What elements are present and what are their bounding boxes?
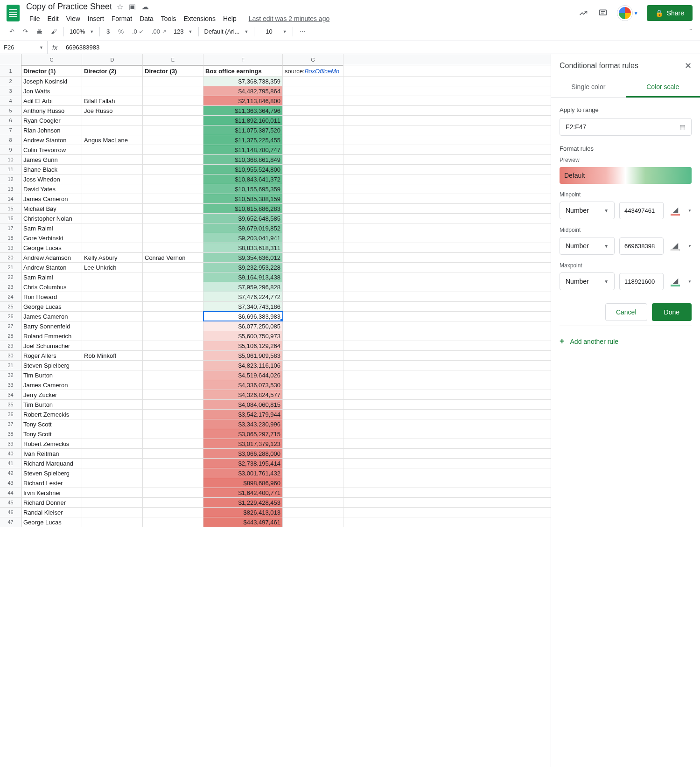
meet-dropdown[interactable]: ▼ — [634, 11, 638, 16]
title-bar: Copy of Practice Sheet ☆ ▣ ☁ File Edit V… — [0, 0, 700, 22]
decrease-decimal-button[interactable]: .0↙ — [128, 25, 147, 38]
midpoint-value-input[interactable]: 669638398 — [619, 237, 664, 255]
more-formatting-button[interactable]: ⋯ — [296, 25, 309, 38]
preview-label: Preview — [560, 157, 692, 163]
sheets-logo[interactable] — [4, 4, 22, 22]
star-icon[interactable]: ☆ — [117, 2, 123, 11]
format-rules-label: Format rules — [560, 145, 692, 152]
cloud-icon[interactable]: ☁ — [141, 2, 149, 11]
print-button[interactable]: 🖶 — [33, 25, 46, 38]
maxpoint-type-select[interactable]: Number▼ — [560, 272, 615, 290]
tab-single-color[interactable]: Single color — [551, 77, 626, 98]
add-rule-button[interactable]: + Add another rule — [560, 334, 692, 349]
conditional-format-panel: Conditional format rules ✕ Single color … — [551, 54, 700, 767]
fx-icon: fx — [48, 44, 62, 51]
close-icon[interactable]: ✕ — [685, 61, 692, 71]
formula-input[interactable]: 6696383983 — [62, 44, 103, 51]
select-range-icon[interactable]: ▦ — [679, 123, 686, 131]
meet-icon[interactable] — [617, 5, 633, 21]
panel-title: Conditional format rules — [560, 62, 638, 70]
menu-file[interactable]: File — [26, 13, 43, 24]
svg-rect-0 — [599, 10, 606, 15]
increase-decimal-button[interactable]: .00↗ — [148, 25, 170, 38]
preview-strip[interactable]: Default — [560, 167, 692, 184]
midpoint-type-select[interactable]: Number▼ — [560, 237, 615, 255]
done-button[interactable]: Done — [652, 303, 692, 321]
midpoint-label: Midpoint — [560, 227, 692, 233]
menu-data[interactable]: Data — [136, 13, 157, 24]
menu-help[interactable]: Help — [220, 13, 240, 24]
collapse-toolbar-button[interactable]: ˆ — [687, 25, 694, 38]
comment-icon[interactable] — [597, 7, 609, 19]
menu-tools[interactable]: Tools — [158, 13, 180, 24]
apply-range-label: Apply to range — [560, 106, 692, 113]
maxpoint-label: Maxpoint — [560, 262, 692, 269]
plus-icon: + — [560, 336, 565, 346]
percent-button[interactable]: % — [114, 25, 127, 38]
menu-insert[interactable]: Insert — [84, 13, 107, 24]
name-box[interactable]: F26▼ — [0, 41, 48, 54]
maxpoint-value-input[interactable]: 118921600 — [619, 273, 664, 290]
menu-bar: File Edit View Insert Format Data Tools … — [26, 13, 578, 24]
move-icon[interactable]: ▣ — [129, 2, 136, 11]
font-dropdown[interactable]: Default (Ari...▼ — [202, 26, 252, 37]
undo-button[interactable]: ↶ — [6, 25, 18, 38]
midpoint-color-picker[interactable]: ◢ — [668, 241, 682, 251]
paint-format-button[interactable]: 🖌 — [47, 25, 61, 38]
zoom-dropdown[interactable]: 100%▼ — [67, 26, 97, 37]
menu-view[interactable]: View — [63, 13, 84, 24]
doc-title[interactable]: Copy of Practice Sheet — [26, 2, 112, 12]
redo-button[interactable]: ↷ — [19, 25, 32, 38]
fontsize-dropdown[interactable]: 10▼ — [257, 26, 289, 37]
share-button[interactable]: 🔒 Share — [647, 5, 693, 21]
formula-bar: F26▼ fx 6696383983 — [0, 41, 700, 54]
menu-edit[interactable]: Edit — [44, 13, 62, 24]
range-input[interactable]: F2:F47 ▦ — [560, 118, 692, 136]
spreadsheet-grid[interactable]: CDEFG 1Director (1)Director (2)Director … — [0, 54, 551, 767]
last-edit-link[interactable]: Last edit was 2 minutes ago — [245, 13, 333, 24]
minpoint-label: Minpoint — [560, 191, 692, 198]
format-dropdown[interactable]: 123▼ — [171, 26, 196, 37]
minpoint-color-picker[interactable]: ◢ — [668, 205, 682, 216]
currency-button[interactable]: $ — [103, 25, 113, 38]
menu-extensions[interactable]: Extensions — [180, 13, 218, 24]
tab-color-scale[interactable]: Color scale — [626, 77, 700, 98]
minpoint-type-select[interactable]: Number▼ — [560, 202, 615, 219]
maxpoint-color-picker[interactable]: ◢ — [668, 276, 682, 286]
trend-icon[interactable] — [578, 7, 589, 19]
menu-format[interactable]: Format — [108, 13, 135, 24]
cancel-button[interactable]: Cancel — [605, 303, 647, 321]
toolbar: ↶ ↷ 🖶 🖌 100%▼ $ % .0↙ .00↗ 123▼ Default … — [0, 22, 700, 41]
minpoint-value-input[interactable]: 443497461 — [619, 202, 664, 219]
lock-icon: 🔒 — [655, 9, 663, 17]
